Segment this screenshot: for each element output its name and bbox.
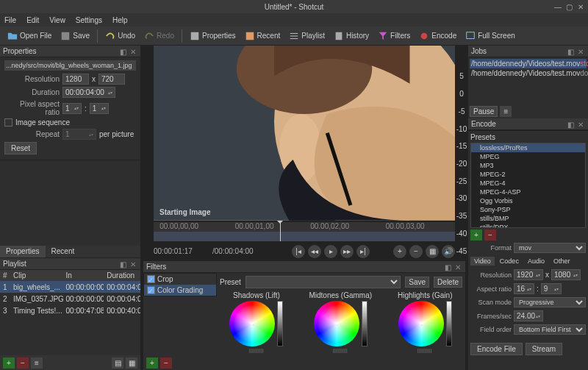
undock-icon[interactable]: ◧ (120, 260, 127, 268)
volume-button[interactable]: 🔊 (442, 245, 455, 258)
reset-button[interactable]: Reset (4, 142, 37, 154)
tab-properties[interactable]: Properties (0, 246, 46, 257)
undock-icon[interactable]: ◧ (567, 48, 575, 55)
undock-icon[interactable]: ◧ (120, 48, 127, 55)
enc-ar-b[interactable]: 9▴▾ (541, 283, 562, 294)
par-a[interactable]: 1▴▾ (62, 103, 82, 114)
menu-button[interactable]: ≡ (31, 357, 43, 369)
resolution-width[interactable]: 1280 (62, 74, 89, 85)
job-row[interactable]: /home/ddennedy/Videos/test.movdone (470, 68, 587, 78)
resolution-height[interactable]: 720 (98, 74, 125, 85)
highlights-luma-slider[interactable] (446, 301, 452, 346)
recent-button[interactable]: Recent (242, 29, 284, 43)
grip-icon[interactable] (249, 349, 264, 353)
preset-item[interactable]: lossless/ProRes (471, 143, 585, 152)
close-panel-icon[interactable]: ✕ (578, 121, 585, 128)
add-filter-button[interactable]: + (146, 357, 158, 369)
preset-item[interactable]: MPEG-2 (471, 170, 585, 179)
fullscreen-button[interactable]: Full Screen (462, 29, 518, 43)
playhead[interactable] (280, 222, 281, 241)
menu-edit[interactable]: Edit (26, 16, 39, 24)
view-list-button[interactable]: ▤ (112, 357, 123, 369)
grip-icon[interactable] (417, 349, 432, 353)
playlist-row[interactable]: 1big_wheels_...00:00:00:0000:00:04:00 (0, 281, 140, 293)
midtones-color-wheel[interactable] (314, 301, 359, 346)
preset-item[interactable]: MPEG-4 (471, 179, 585, 188)
playlist-row[interactable]: 2IMG_0357.JPG00:00:00:0000:00:04:00 (0, 293, 140, 305)
duration-field[interactable]: 00:00:04:00▴▾ (62, 87, 115, 98)
playlist-row[interactable]: 3Timing Tests!...00:00:47:0800:00:40:08 (0, 305, 140, 316)
filter-item-color-grading[interactable]: ✓Color Grading (144, 285, 216, 296)
open-file-button[interactable]: Open File (4, 29, 54, 43)
preset-select[interactable] (245, 276, 401, 288)
save-preset-button[interactable]: Save (405, 277, 429, 288)
close-panel-icon[interactable]: ✕ (455, 263, 462, 271)
scan-mode-select[interactable]: Progressive (514, 297, 586, 307)
midtones-luma-slider[interactable] (362, 301, 368, 346)
fps-field[interactable]: 24.00▴▾ (514, 310, 543, 321)
fastfwd-button[interactable]: ▸▸ (340, 245, 354, 258)
format-select[interactable]: mov (514, 243, 586, 253)
undock-icon[interactable]: ◧ (445, 263, 452, 271)
menu-settings[interactable]: Settings (76, 16, 102, 24)
remove-button[interactable]: − (17, 357, 29, 369)
preset-item[interactable]: MP3 (471, 161, 585, 170)
minimize-icon[interactable]: — (554, 3, 562, 10)
delete-preset-button[interactable]: Delete (434, 277, 462, 288)
save-button[interactable]: Save (57, 29, 93, 43)
add-button[interactable]: + (3, 357, 15, 369)
menu-view[interactable]: View (49, 16, 65, 24)
menu-help[interactable]: Help (112, 16, 128, 24)
add-preset-button[interactable]: + (470, 230, 482, 241)
tab-recent[interactable]: Recent (46, 246, 81, 257)
tab-codec[interactable]: Codec (496, 257, 523, 266)
remove-preset-button[interactable]: − (484, 230, 496, 241)
zoom-out-button[interactable]: − (409, 245, 423, 258)
preset-item[interactable]: stills/BMP (471, 214, 585, 223)
rewind-button[interactable]: ◂◂ (308, 245, 321, 258)
close-icon[interactable]: ✕ (578, 3, 585, 10)
enc-ar-a[interactable]: 16▴▾ (514, 283, 534, 294)
enc-res-h[interactable]: 1080▴▾ (551, 269, 581, 280)
tab-other[interactable]: Other (550, 257, 574, 266)
shadows-color-wheel[interactable] (229, 301, 275, 346)
preset-item[interactable]: Ogg Vorbis (471, 196, 585, 205)
preset-item[interactable]: MPEG-4-ASP (471, 188, 585, 196)
skip-end-button[interactable]: ▸| (356, 245, 370, 258)
close-panel-icon[interactable]: ✕ (130, 48, 137, 55)
stream-button[interactable]: Stream (526, 343, 562, 355)
menu-file[interactable]: File (4, 16, 16, 24)
history-button[interactable]: History (331, 29, 372, 43)
jobs-menu-button[interactable]: ≡ (500, 106, 512, 117)
job-row[interactable]: /home/ddennedy/Videos/test.movstopped (470, 59, 587, 68)
tab-video[interactable]: Video (470, 257, 495, 266)
properties-button[interactable]: Properties (187, 29, 239, 43)
timeline[interactable]: 00.00,00,00 00.00,01,00 00.00,02,00 00.0… (154, 222, 455, 241)
view-grid-button[interactable]: ▦ (126, 357, 137, 369)
grid-button[interactable]: ▦ (426, 245, 439, 258)
redo-button[interactable]: Redo (141, 29, 177, 43)
filters-button[interactable]: Filters (375, 29, 413, 43)
remove-filter-button[interactable]: − (160, 357, 172, 369)
preset-item[interactable]: Sony-PSP (471, 205, 585, 214)
close-panel-icon[interactable]: ✕ (578, 48, 585, 55)
highlights-color-wheel[interactable] (398, 301, 444, 346)
maximize-icon[interactable]: ▢ (566, 3, 573, 10)
enc-res-w[interactable]: 1920▴▾ (514, 269, 543, 280)
skip-start-button[interactable]: |◂ (292, 245, 305, 258)
pause-jobs-button[interactable]: Pause (470, 106, 498, 117)
undo-button[interactable]: Undo (102, 29, 138, 43)
video-preview[interactable]: Starting Image (154, 46, 455, 221)
tab-audio[interactable]: Audio (524, 257, 548, 266)
field-order-select[interactable]: Bottom Field First (514, 324, 586, 335)
undock-icon[interactable]: ◧ (567, 121, 575, 128)
shadows-luma-slider[interactable] (277, 301, 283, 346)
filter-item-crop[interactable]: ✓Crop (144, 274, 216, 285)
preset-item[interactable]: MPEG (471, 152, 585, 161)
grip-icon[interactable] (333, 349, 348, 353)
encode-button[interactable]: Encode (416, 29, 459, 43)
close-panel-icon[interactable]: ✕ (130, 260, 137, 268)
encode-presets-list[interactable]: lossless/ProRes MPEG MP3 MPEG-2 MPEG-4 M… (470, 143, 586, 228)
encode-file-button[interactable]: Encode File (470, 343, 523, 355)
playlist-button[interactable]: Playlist (286, 29, 328, 43)
